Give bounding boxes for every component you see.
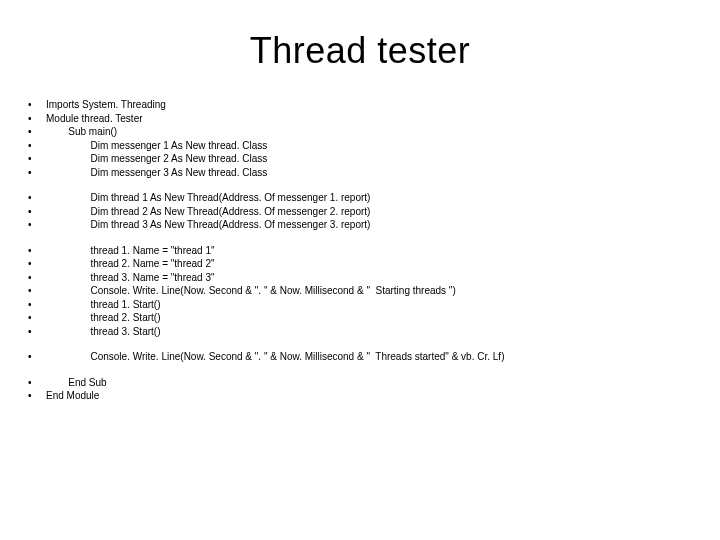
bullet-icon: • bbox=[24, 218, 46, 232]
group-gap bbox=[24, 179, 696, 191]
code-text: Console. Write. Line(Now. Second & ". " … bbox=[46, 284, 456, 298]
bullet-icon: • bbox=[24, 191, 46, 205]
bullet-icon: • bbox=[24, 350, 46, 364]
group-gap bbox=[24, 364, 696, 376]
code-text: Sub main() bbox=[46, 125, 117, 139]
bullet-icon: • bbox=[24, 205, 46, 219]
code-line: •Module thread. Tester bbox=[24, 112, 696, 126]
code-text: Imports System. Threading bbox=[46, 98, 166, 112]
code-line: • thread 1. Start() bbox=[24, 298, 696, 312]
bullet-icon: • bbox=[24, 98, 46, 112]
bullet-icon: • bbox=[24, 298, 46, 312]
code-line: • Dim messenger 2 As New thread. Class bbox=[24, 152, 696, 166]
code-line: • Console. Write. Line(Now. Second & ". … bbox=[24, 350, 696, 364]
code-line: • thread 2. Name = "thread 2" bbox=[24, 257, 696, 271]
code-line: • End Sub bbox=[24, 376, 696, 390]
code-text: thread 3. Start() bbox=[46, 325, 160, 339]
bullet-icon: • bbox=[24, 311, 46, 325]
bullet-icon: • bbox=[24, 271, 46, 285]
bullet-icon: • bbox=[24, 376, 46, 390]
code-line: • thread 3. Name = "thread 3" bbox=[24, 271, 696, 285]
code-text: thread 2. Start() bbox=[46, 311, 160, 325]
code-text: thread 2. Name = "thread 2" bbox=[46, 257, 215, 271]
group-gap bbox=[24, 232, 696, 244]
code-text: Console. Write. Line(Now. Second & ". " … bbox=[46, 350, 504, 364]
code-line: • Sub main() bbox=[24, 125, 696, 139]
code-listing: •Imports System. Threading•Module thread… bbox=[24, 98, 696, 403]
code-line: • Console. Write. Line(Now. Second & ". … bbox=[24, 284, 696, 298]
code-text: Dim messenger 3 As New thread. Class bbox=[46, 166, 267, 180]
code-line: • thread 3. Start() bbox=[24, 325, 696, 339]
code-text: Dim thread 3 As New Thread(Address. Of m… bbox=[46, 218, 370, 232]
code-line: •End Module bbox=[24, 389, 696, 403]
code-text: Dim thread 2 As New Thread(Address. Of m… bbox=[46, 205, 370, 219]
bullet-icon: • bbox=[24, 166, 46, 180]
bullet-icon: • bbox=[24, 257, 46, 271]
bullet-icon: • bbox=[24, 139, 46, 153]
code-text: End Sub bbox=[46, 376, 107, 390]
code-text: thread 1. Name = "thread 1" bbox=[46, 244, 215, 258]
code-line: • Dim thread 3 As New Thread(Address. Of… bbox=[24, 218, 696, 232]
code-line: • thread 1. Name = "thread 1" bbox=[24, 244, 696, 258]
bullet-icon: • bbox=[24, 389, 46, 403]
bullet-icon: • bbox=[24, 244, 46, 258]
bullet-icon: • bbox=[24, 125, 46, 139]
code-text: Dim messenger 1 As New thread. Class bbox=[46, 139, 267, 153]
code-text: thread 3. Name = "thread 3" bbox=[46, 271, 215, 285]
bullet-icon: • bbox=[24, 112, 46, 126]
code-text: thread 1. Start() bbox=[46, 298, 160, 312]
code-text: Dim messenger 2 As New thread. Class bbox=[46, 152, 267, 166]
code-line: •Imports System. Threading bbox=[24, 98, 696, 112]
code-line: • Dim messenger 3 As New thread. Class bbox=[24, 166, 696, 180]
bullet-icon: • bbox=[24, 152, 46, 166]
bullet-icon: • bbox=[24, 284, 46, 298]
slide-title: Thread tester bbox=[24, 30, 696, 72]
code-text: Dim thread 1 As New Thread(Address. Of m… bbox=[46, 191, 370, 205]
code-line: • Dim thread 2 As New Thread(Address. Of… bbox=[24, 205, 696, 219]
group-gap bbox=[24, 338, 696, 350]
code-line: • Dim thread 1 As New Thread(Address. Of… bbox=[24, 191, 696, 205]
bullet-icon: • bbox=[24, 325, 46, 339]
code-text: Module thread. Tester bbox=[46, 112, 143, 126]
code-text: End Module bbox=[46, 389, 99, 403]
code-line: • thread 2. Start() bbox=[24, 311, 696, 325]
code-line: • Dim messenger 1 As New thread. Class bbox=[24, 139, 696, 153]
